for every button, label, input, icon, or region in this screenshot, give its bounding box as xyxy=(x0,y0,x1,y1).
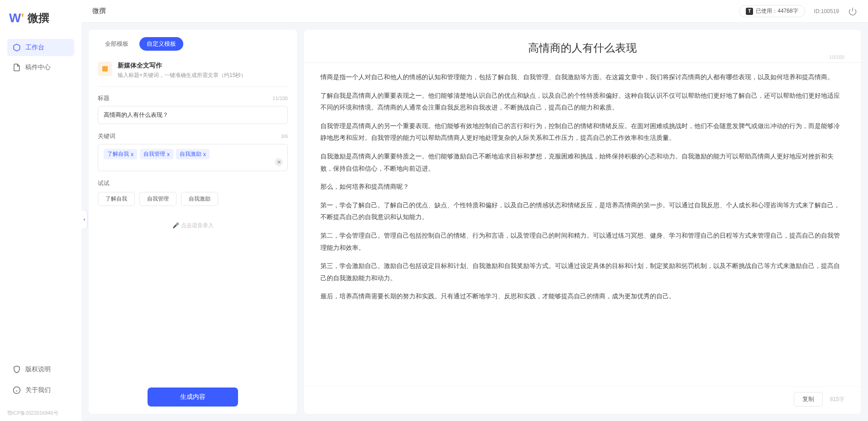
topbar-title: 微撰 xyxy=(92,7,106,15)
usage-text: 已使用：44768字 xyxy=(756,7,798,15)
clear-tags-button[interactable]: ✕ xyxy=(275,158,283,166)
nav-label: 工作台 xyxy=(25,43,44,52)
output-paragraph: 最后，培养高情商需要长期的努力和实践。只有通过不断地学习、反思和实践，才能够提高… xyxy=(320,290,844,302)
keywords-label: 关键词 xyxy=(98,132,115,140)
usage-badge[interactable]: T 已使用：44768字 xyxy=(739,5,805,17)
topbar: 微撰 T 已使用：44768字 ID:100519 xyxy=(81,0,868,23)
keywords-counter: 3/6 xyxy=(281,134,288,139)
template-header: 新媒体全文写作 输入标题+关键词，一键准确生成所需文章（约15秒） xyxy=(98,58,288,87)
keyword-tag[interactable]: 了解自我 x xyxy=(104,149,137,159)
nav-drafts[interactable]: 稿件中心 xyxy=(7,59,74,76)
char-count: 815字 xyxy=(830,396,844,403)
output-paragraph: 自我管理是高情商人的另一个重要表现。他们能够有效地控制自己的言行和行为，控制自己… xyxy=(320,120,844,144)
nav-copyright[interactable]: 版权说明 xyxy=(7,361,74,378)
generate-button[interactable]: 生成内容 xyxy=(148,388,238,407)
output-paragraph: 情商是指一个人对自己和他人的情感的认知和管理能力，包括了解自我、自我管理、自我激… xyxy=(320,71,844,83)
content: 全部模板 自定义模板 新媒体全文写作 输入标题+关键词，一键准确生成所需文章（约… xyxy=(81,23,868,421)
info-icon xyxy=(13,386,21,394)
logo-text: 微撰 xyxy=(28,11,49,25)
template-tabs: 全部模板 自定义模板 xyxy=(98,37,288,51)
output-title[interactable]: 高情商的人有什么表现 xyxy=(320,41,844,55)
remove-tag-icon[interactable]: x xyxy=(131,151,134,158)
keywords-input-box[interactable]: 了解自我 x自我管理 x自我激励 x ✕ xyxy=(98,144,288,171)
keyword-tag[interactable]: 自我激励 x xyxy=(176,149,210,159)
logo-mark-icon: W' xyxy=(9,11,24,25)
title-input[interactable] xyxy=(98,106,288,124)
suggestion-button[interactable]: 自我管理 xyxy=(139,192,176,206)
output-footer: 复制 815字 xyxy=(304,386,861,407)
nav-about[interactable]: 关于我们 xyxy=(7,382,74,399)
logo: W' 微撰 xyxy=(0,0,81,39)
output-paragraph: 了解自我是高情商人的重要表现之一。他们能够清楚地认识自己的优点和缺点，以及自己的… xyxy=(320,90,844,114)
main: 微撰 T 已使用：44768字 ID:100519 全部模板 自定义模板 xyxy=(81,0,868,421)
mic-icon: 🎤 xyxy=(172,222,179,229)
output-panel: 高情商的人有什么表现 10/100 情商是指一个人对自己和他人的情感的认知和管理… xyxy=(304,30,861,414)
title-label: 标题 xyxy=(98,94,110,102)
suggestions-group: 试试 了解自我自我管理自我激励 xyxy=(98,179,288,206)
nav-label: 稿件中心 xyxy=(25,63,51,72)
keywords-field-group: 关键词 3/6 了解自我 x自我管理 x自我激励 x ✕ xyxy=(98,132,288,171)
try-label: 试试 xyxy=(98,179,288,187)
suggestion-button[interactable]: 自我激励 xyxy=(181,192,218,206)
keyword-tag[interactable]: 自我管理 x xyxy=(140,149,173,159)
output-body[interactable]: 情商是指一个人对自己和他人的情感的认知和管理能力，包括了解自我、自我管理、自我激… xyxy=(304,71,861,386)
output-paragraph: 第二，学会管理自己。管理自己包括控制自己的情绪、行为和言语，以及管理自己的时间和… xyxy=(320,230,844,254)
output-paragraph: 第一，学会了解自己。了解自己的优点、缺点、个性特质和偏好，以及自己的情感状态和情… xyxy=(320,199,844,223)
nav-label: 关于我们 xyxy=(25,386,51,394)
text-count-icon: T xyxy=(746,8,753,15)
tab-all-templates[interactable]: 全部模板 xyxy=(98,37,136,51)
file-icon xyxy=(13,63,21,72)
output-paragraph: 那么，如何培养和提高情商呢？ xyxy=(320,181,844,193)
user-id: ID:100519 xyxy=(814,8,839,14)
copy-button[interactable]: 复制 xyxy=(794,392,823,407)
nav-label: 版权说明 xyxy=(25,365,51,373)
nav-workbench[interactable]: 工作台 xyxy=(7,39,74,56)
voice-input-button[interactable]: 🎤 点击语音录入 xyxy=(172,222,214,230)
sidebar: W' 微撰 工作台 稿件中心 版权说明 xyxy=(0,0,81,421)
remove-tag-icon[interactable]: x xyxy=(203,151,206,158)
remove-tag-icon[interactable]: x xyxy=(167,151,170,158)
output-paragraph: 第三，学会激励自己。激励自己包括设定目标和计划、自我激励和自我奖励等方式。可以通… xyxy=(320,260,844,284)
suggestion-button[interactable]: 了解自我 xyxy=(98,192,135,206)
sidebar-bottom: 版权说明 关于我们 xyxy=(0,354,81,410)
output-paragraph: 自我激励是高情商人的重要特质之一。他们能够激励自己不断地追求目标和梦想，克服困难… xyxy=(320,150,844,174)
template-title: 新媒体全文写作 xyxy=(118,62,246,70)
title-counter: 11/100 xyxy=(272,96,288,101)
template-desc: 输入标题+关键词，一键准确生成所需文章（约15秒） xyxy=(118,72,246,79)
svg-rect-4 xyxy=(102,66,108,72)
main-nav: 工作台 稿件中心 xyxy=(0,39,81,354)
output-title-counter: 10/100 xyxy=(829,54,844,60)
input-panel: 全部模板 自定义模板 新媒体全文写作 输入标题+关键词，一键准确生成所需文章（约… xyxy=(89,30,297,414)
template-icon xyxy=(98,62,112,76)
icp-text: 鄂ICP备2022016946号 xyxy=(0,410,81,421)
shield-icon xyxy=(13,365,21,373)
power-icon[interactable] xyxy=(848,7,857,16)
cube-icon xyxy=(13,43,21,52)
sidebar-collapse-handle[interactable] xyxy=(81,210,87,229)
title-field-group: 标题 11/100 xyxy=(98,94,288,124)
tab-custom-template[interactable]: 自定义模板 xyxy=(139,37,183,51)
